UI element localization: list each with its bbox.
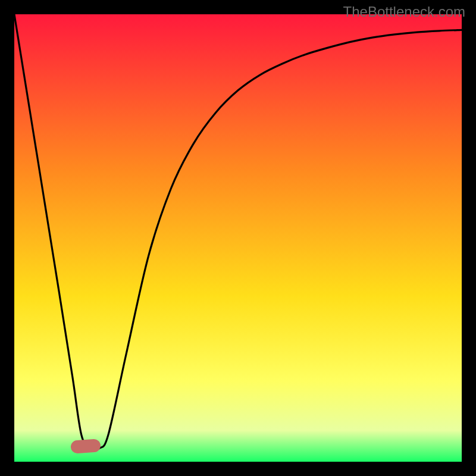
watermark-text: TheBottleneck.com bbox=[343, 4, 465, 20]
gradient-background bbox=[14, 14, 462, 462]
chart-container: TheBottleneck.com bbox=[0, 0, 476, 476]
plot-area bbox=[14, 14, 462, 462]
chart-svg bbox=[14, 14, 462, 462]
